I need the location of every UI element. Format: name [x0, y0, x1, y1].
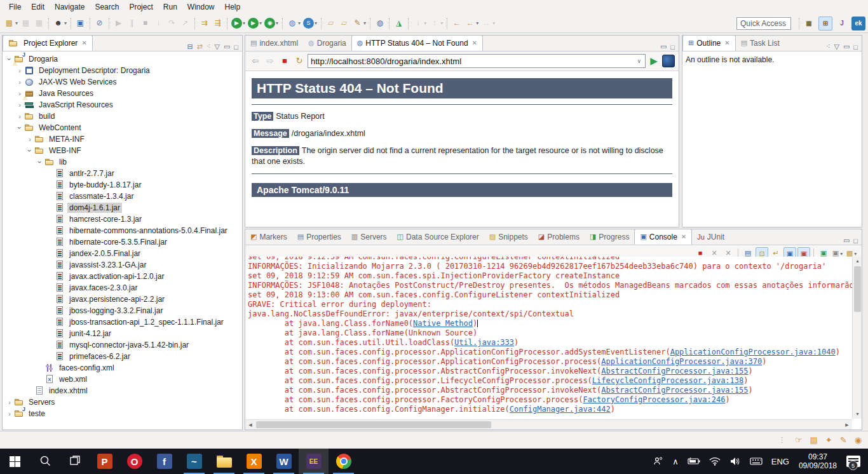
chevron-down-icon[interactable]: ▾ [476, 20, 478, 26]
tree-item-javax-activation-api-1-2-0-jar[interactable]: javax.activation-api-1.2.0.jar [3, 271, 242, 282]
wifi-icon[interactable] [705, 449, 725, 474]
tree-item-servers[interactable]: ›Servers [3, 396, 242, 408]
chrome-taskbar-button[interactable] [329, 449, 358, 474]
external-browser-icon[interactable] [662, 55, 675, 67]
coverage-button[interactable]: ◉▾ [263, 17, 280, 30]
tree-item-web-inf[interactable]: ›WEB-INF [3, 145, 242, 156]
maximize-icon[interactable]: □ [853, 43, 858, 51]
chevron-down-icon[interactable]: ▾ [298, 20, 301, 26]
tree-item-hibernate-commons-annotations-5-0-4-final-jar[interactable]: hibernate-commons-annotations-5.0.4.Fina… [3, 225, 242, 236]
tab-task-list[interactable]: ▤Task List [736, 35, 785, 51]
browser-stop-icon[interactable]: ■ [278, 55, 291, 67]
minimize-icon[interactable]: ▭ [660, 43, 667, 51]
remote-console-button[interactable]: ▣ [74, 17, 87, 30]
debug-button[interactable]: ▶▾ [247, 17, 263, 30]
file-explorer-taskbar-button[interactable] [209, 449, 239, 474]
chevron-down-icon[interactable]: ▾ [853, 251, 857, 257]
tree-item-meta-inf[interactable]: ›META-INF [3, 133, 242, 145]
mysql-workbench-taskbar-button[interactable]: ~ [179, 449, 209, 474]
minimize-icon[interactable]: ▭ [224, 43, 230, 51]
run-on-server-button[interactable]: ◮ [392, 17, 405, 30]
tree-item-deployment-descriptor-drogaria[interactable]: ›3.1Deployment Descriptor: Drogaria [3, 65, 242, 76]
service-wizard-button[interactable]: S▾ [302, 17, 318, 30]
chevron-down-icon[interactable]: ▾ [276, 20, 278, 26]
book-icon[interactable]: ▤ [810, 435, 818, 445]
taskbar-clock[interactable]: 09:37 09/09/2018 [794, 449, 842, 474]
browser-go-icon[interactable]: ▶ [648, 55, 660, 67]
quick-access-input[interactable] [736, 17, 791, 30]
open-folder-button[interactable]: ▱ [324, 17, 337, 30]
scrollbar-thumb[interactable] [256, 421, 491, 428]
word-taskbar-button[interactable]: W [269, 449, 299, 474]
web-browser-button[interactable]: ◍ [373, 17, 386, 30]
new-wizard-button[interactable]: ▩▾ [3, 17, 19, 30]
tree-item-index-xhtml[interactable]: index.xhtml [3, 385, 242, 396]
tab-console[interactable]: ▣Console✕ [634, 229, 692, 245]
battery-icon[interactable] [683, 449, 705, 474]
powerpoint-taskbar-button[interactable]: P [90, 449, 119, 474]
tree-item-dom4j-1-6-1-jar[interactable]: dom4j-1.6.1.jar [3, 202, 242, 213]
tree-item-lib[interactable]: ›lib [3, 156, 242, 168]
expand-icon[interactable]: › [25, 135, 34, 143]
tree-item-jax-ws-web-services[interactable]: ›JAX-WS Web Services [3, 76, 242, 88]
expand-icon[interactable]: › [5, 410, 14, 417]
hidden-icons-chevron[interactable]: ∧ [668, 449, 683, 474]
console-stack-link[interactable]: AbstractConfigProcessor.java:155 [601, 386, 748, 395]
console-stack-link[interactable]: Util.java:333 [454, 338, 514, 347]
chevron-down-icon[interactable]: ▾ [492, 20, 495, 26]
close-icon[interactable]: ✕ [472, 39, 477, 46]
console-stack-link[interactable]: ApplicationConfigProcessor.java:1040 [670, 348, 836, 356]
url-bar[interactable]: http://localhost:8080/drogaria/index.xht… [308, 54, 646, 68]
collapse-all-icon[interactable]: ⊟ [187, 43, 193, 51]
minimize-icon[interactable]: ▭ [843, 236, 850, 245]
open-perspective-button[interactable]: ▦ [802, 17, 816, 30]
tab-problems[interactable]: ◪Problems [533, 229, 585, 245]
menu-project[interactable]: Project [124, 1, 158, 13]
console-stack-link[interactable]: AbstractConfigProcessor.java:155 [601, 367, 748, 376]
menu-file[interactable]: File [4, 1, 26, 13]
back-button[interactable]: ←▾ [463, 17, 480, 30]
tab-servers[interactable]: ▥Servers [346, 229, 392, 245]
tree-item-junit-4-12-jar[interactable]: junit-4.12.jar [3, 328, 242, 339]
tab-http-status-404-not-found[interactable]: ◍HTTP Status 404 – Not Found✕ [351, 35, 483, 51]
close-icon[interactable]: ✕ [81, 39, 86, 46]
url-dropdown-icon[interactable]: ∨ [635, 58, 642, 64]
maximize-icon[interactable]: □ [853, 237, 858, 245]
action-center-icon[interactable]: 5 [846, 456, 860, 467]
tab-properties[interactable]: ▤Properties [292, 229, 346, 245]
console-stack-link[interactable]: ConfigManager.java:442 [510, 405, 611, 414]
menu-window[interactable]: Window [182, 1, 220, 13]
ek-perspective-button[interactable]: ek [851, 17, 865, 30]
menu-edit[interactable]: Edit [26, 1, 50, 13]
console-horizontal-scrollbar[interactable]: ◀ ▶ [245, 419, 852, 430]
collapse-icon[interactable]: › [36, 158, 44, 166]
tab-project-explorer[interactable]: Project Explorer ✕ [3, 35, 93, 51]
star-circle-icon[interactable]: ◉ [855, 435, 862, 445]
tab-progress[interactable]: ◨Progress [585, 229, 634, 245]
keyboard-icon[interactable] [745, 449, 767, 474]
tree-item-web-xml[interactable]: web.xml [3, 374, 242, 385]
chevron-down-icon[interactable]: ▾ [839, 251, 843, 257]
tree-item-drogaria[interactable]: ›J⚠Drogaria [3, 53, 242, 65]
tab-data-source-explorer[interactable]: ◫Data Source Explorer [392, 229, 484, 245]
tree-item-jboss-logging-3-3-2-final-jar[interactable]: jboss-logging-3.3.2.Final.jar [3, 305, 242, 316]
scroll-right-icon[interactable]: ▶ [842, 420, 852, 430]
link-with-editor-icon[interactable]: ⇄ [197, 43, 203, 51]
tree-item-jboss-transaction-api-1-2-spec-1-1-1-final-jar[interactable]: jboss-transaction-api_1.2_spec-1.1.1.Fin… [3, 316, 242, 328]
run-last-launched-button[interactable]: ⇉ [198, 17, 211, 30]
chevron-down-icon[interactable]: ▾ [259, 20, 262, 26]
scrollbar-thumb[interactable] [854, 266, 861, 312]
expand-icon[interactable]: › [5, 398, 14, 406]
tree-item-antlr-2-7-7-jar[interactable]: antlr-2.7.7.jar [3, 168, 242, 179]
tab-outline[interactable]: ⊞Outline✕ [682, 35, 736, 51]
hand-pen-icon[interactable]: ☞ [795, 435, 803, 445]
task-view-button-taskbar-button[interactable] [60, 449, 90, 474]
search-button-taskbar-button[interactable] [30, 449, 60, 474]
console-stack-link[interactable]: Native Method [413, 319, 473, 328]
menu-navigate[interactable]: Navigate [50, 1, 90, 13]
eclipse-ide-taskbar-button[interactable]: EE [299, 449, 329, 474]
run-button[interactable]: ▶▾ [230, 17, 247, 30]
run-history-button[interactable]: ⇶ [211, 17, 224, 30]
console-stack-link[interactable]: LifecycleConfigProcessor.java:138 [592, 376, 743, 385]
collapse-icon[interactable]: › [26, 146, 34, 155]
